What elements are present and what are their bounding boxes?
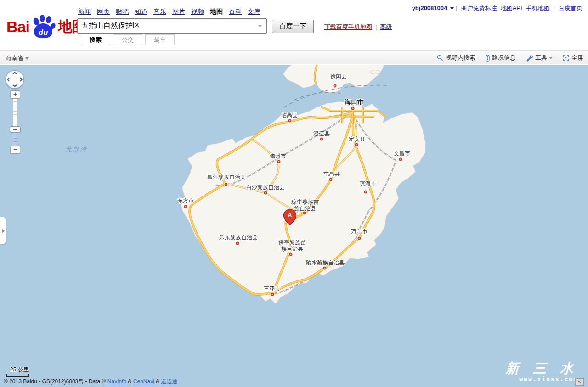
baidu-map-logo[interactable]: Bai du 地图 <box>6 14 86 39</box>
marker-a-label: A <box>283 212 297 219</box>
nav-item-知道[interactable]: 知道 <box>135 8 147 15</box>
traffic-light-icon <box>486 55 490 62</box>
watermark-title: 新 三 水 <box>506 361 578 375</box>
city-marker-昌江黎族自治县[interactable] <box>225 183 228 186</box>
region-selector[interactable]: 海南省 <box>6 54 29 62</box>
city-label-陵水黎族自治县: 陵水黎族自治县 <box>306 259 345 266</box>
fullscreen-button[interactable]: 全屏 <box>563 54 583 62</box>
copyright: © 2013 Baidu - GS(2012)6003号 - Data © Na… <box>4 378 178 386</box>
nav-item-地图[interactable]: 地图 <box>210 8 223 15</box>
sidebar-expander[interactable] <box>0 217 6 244</box>
separator: | <box>375 23 377 30</box>
zoom-out-button[interactable]: − <box>10 146 20 154</box>
city-marker-琼中黎族苗族自治县[interactable] <box>303 212 306 215</box>
city-marker-万宁市[interactable] <box>358 237 361 240</box>
fullscreen-icon <box>563 55 569 61</box>
city-marker-保亭黎族苗族自治县[interactable] <box>289 253 293 256</box>
user-dropdown-caret-icon[interactable] <box>450 7 454 10</box>
header: Bai du 地图 新闻网页贴吧知道音乐图片视频地图百科文库 ybj200810… <box>0 0 588 50</box>
city-label-海口市: 海口市 <box>345 99 364 105</box>
city-marker-乐东黎族自治县[interactable] <box>236 242 239 245</box>
map-viewport[interactable]: 北部湾徐闻县海口市临高县澄迈县定安县文昌市儋州市屯昌县琼海市昌江黎族自治县白沙黎… <box>0 65 588 387</box>
nav-item-新闻[interactable]: 新闻 <box>78 8 91 15</box>
city-label-三亚市: 三亚市 <box>264 286 280 292</box>
region-name: 海南省 <box>6 55 23 62</box>
result-marker-a[interactable]: A <box>283 209 297 226</box>
nav-item-网页[interactable]: 网页 <box>97 8 110 15</box>
nav-item-视频[interactable]: 视频 <box>191 8 204 15</box>
city-marker-定安县[interactable] <box>355 143 358 146</box>
search-in-view-button[interactable]: 视野内搜索 <box>437 54 475 62</box>
city-label-琼海市: 琼海市 <box>360 180 376 187</box>
wrench-icon <box>526 55 533 62</box>
copyright-text: © 2013 Baidu - GS(2012)6003号 - Data © <box>4 378 107 385</box>
pan-control[interactable] <box>6 70 24 89</box>
user-link-手机地图[interactable]: 手机地图 <box>526 5 550 11</box>
city-marker-澄迈县[interactable] <box>320 138 323 141</box>
search-button[interactable]: 百度一下 <box>272 20 314 33</box>
city-marker-陵水黎族自治县[interactable] <box>323 267 327 270</box>
copyright-link-NavInfo[interactable]: NavInfo <box>107 378 126 385</box>
header-links: 下载百度手机地图|高级 <box>324 23 392 31</box>
city-label-保亭黎族苗族自治县: 保亭黎族苗族自治县 <box>278 239 306 252</box>
nav-item-音乐[interactable]: 音乐 <box>153 8 166 15</box>
city-marker-琼海市[interactable] <box>364 191 368 194</box>
city-marker-文昌市[interactable] <box>399 158 402 161</box>
scale-bar: 25 公里 <box>6 366 29 377</box>
city-marker-三亚市[interactable] <box>271 293 274 296</box>
search-history-dropdown-icon[interactable] <box>258 25 262 28</box>
magnifier-icon <box>437 55 443 61</box>
city-marker-儋州市[interactable] <box>277 160 281 163</box>
zoom-slider-track[interactable] <box>13 98 17 146</box>
city-marker-白沙黎族自治县[interactable] <box>264 191 267 195</box>
tab-search[interactable]: 搜索 <box>81 34 110 45</box>
logo-text-bai: Bai <box>6 18 29 36</box>
city-label-万宁市: 万宁市 <box>351 228 368 235</box>
search-input[interactable] <box>78 19 252 33</box>
tools-button[interactable]: 工具 <box>526 54 553 62</box>
sea-label: 北部湾 <box>66 146 88 154</box>
baidu-map-page: Bai du 地图 新闻网页贴吧知道音乐图片视频地图百科文库 ybj200810… <box>0 0 588 387</box>
city-marker-海口市[interactable] <box>351 107 355 110</box>
city-label-徐闻县: 徐闻县 <box>330 73 347 79</box>
copyright-link-道道通[interactable]: 道道通 <box>161 378 178 385</box>
traffic-info-label: 路况信息 <box>492 54 516 62</box>
city-marker-屯昌县[interactable] <box>329 178 333 181</box>
corner-locate-button[interactable]: ↖ <box>575 378 584 386</box>
tools-label: 工具 <box>535 54 547 62</box>
city-marker-临高县[interactable] <box>288 119 292 123</box>
toolbar-actions: 视野内搜索 路况信息 工具 <box>427 54 583 62</box>
nav-item-贴吧[interactable]: 贴吧 <box>116 8 129 15</box>
zoom-in-button[interactable]: + <box>10 90 20 99</box>
city-label-儋州市: 儋州市 <box>270 153 286 159</box>
tab-transit[interactable]: 公交 <box>113 34 142 45</box>
city-label-定安县: 定安县 <box>349 136 365 142</box>
scale-line <box>6 374 29 377</box>
advanced-search-link[interactable]: 高级 <box>380 23 392 30</box>
city-label-乐东黎族自治县: 乐东黎族自治县 <box>219 234 258 241</box>
nav-item-百科[interactable]: 百科 <box>229 8 242 15</box>
watermark: 新 三 水 www.xinss.com <box>506 361 578 382</box>
download-mobile-map-link[interactable]: 下载百度手机地图 <box>324 23 372 30</box>
user-link-商户免费标注[interactable]: 商户免费标注 <box>461 5 497 11</box>
traffic-info-button[interactable]: 路况信息 <box>486 54 516 62</box>
nav-item-文库[interactable]: 文库 <box>248 8 260 15</box>
copyright-link-CenNavi[interactable]: CenNavi <box>133 378 154 385</box>
user-links: 商户免费标注地图API手机地图 <box>459 5 552 11</box>
watermark-url: www.xinss.com <box>506 376 578 382</box>
username-link[interactable]: ybj20081004 <box>412 5 447 11</box>
separator: | <box>554 5 555 11</box>
search-box <box>77 18 267 34</box>
region-dropdown-caret-icon <box>25 57 29 60</box>
baidu-home-link[interactable]: 百度首页 <box>559 5 582 11</box>
city-marker-东方市[interactable] <box>184 205 187 208</box>
city-marker-徐闻县[interactable] <box>334 84 337 88</box>
tab-driving[interactable]: 驾车 <box>145 34 175 45</box>
fullscreen-label: 全屏 <box>571 54 583 62</box>
user-bar: ybj20081004|商户免费标注地图API手机地图|百度首页 <box>410 4 584 12</box>
zoom-slider-handle[interactable] <box>10 126 21 132</box>
nav-item-图片[interactable]: 图片 <box>172 8 185 15</box>
user-link-地图API[interactable]: 地图API <box>501 5 522 11</box>
islet <box>370 70 380 74</box>
city-label-文昌市: 文昌市 <box>394 150 410 157</box>
